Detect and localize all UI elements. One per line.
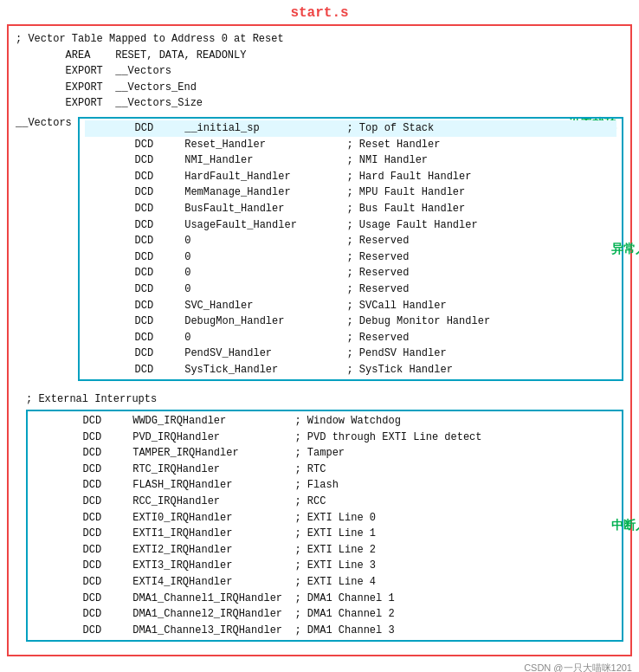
header-line-5: EXPORT __Vectors_Size: [16, 95, 623, 112]
irq-entry-2: DCD TAMPER_IRQHandler ; Tamper: [33, 445, 616, 462]
annot-yichang: 异常入口地址: [611, 242, 639, 257]
vectors-content: 设置栈顶 DCD __initial_sp ; Top of Stack DCD…: [78, 115, 623, 384]
vectors-label: __Vectors: [16, 115, 78, 132]
exception-entry-3: DCD HardFault_Handler ; Hard Fault Handl…: [85, 169, 616, 185]
exception-entry-4: DCD MemManage_Handler ; MPU Fault Handle…: [85, 184, 616, 201]
irq-entry-1: DCD PVD_IRQHandler ; PVD through EXTI Li…: [33, 430, 616, 446]
exception-entry-1: DCD Reset_Handler ; Reset Handler: [85, 137, 616, 153]
exception-entry-14: DCD PendSV_Handler ; PendSV Handler: [85, 346, 616, 362]
exception-entry-11: DCD SVC_Handler ; SVCall Handler: [85, 298, 616, 314]
irq-entry-8: DCD EXTI2_IRQHandler ; EXTI Line 2: [33, 542, 616, 559]
irq-entry-3: DCD RTC_IRQHandler ; RTC: [33, 462, 616, 478]
irq-entry-7: DCD EXTI1_IRQHandler ; EXTI Line 1: [33, 526, 616, 542]
exception-entry-13: DCD 0 ; Reserved: [85, 330, 616, 346]
header-line-2: AREA RESET, DATA, READONLY: [16, 48, 623, 64]
exception-entry-5: DCD BusFault_Handler ; Bus Fault Handler: [85, 201, 616, 217]
irq-entry-0: DCD WWDG_IRQHandler ; Window Watchdog: [33, 413, 616, 430]
vectors-section: __Vectors 设置栈顶 DCD __initial_sp ; Top of…: [16, 115, 623, 384]
outer-border: ; Vector Table Mapped to Address 0 at Re…: [7, 24, 632, 656]
irq-entry-13: DCD DMA1_Channel3_IRQHandler ; DMA1 Chan…: [33, 623, 616, 639]
exception-box: DCD __initial_sp ; Top of Stack DCD Rese…: [78, 117, 623, 382]
exception-entry-12: DCD DebugMon_Handler ; Debug Monitor Han…: [85, 313, 616, 330]
ext-comment: ; External Interrupts: [16, 391, 623, 408]
irq-entry-12: DCD DMA1_Channel2_IRQHandler ; DMA1 Chan…: [33, 606, 616, 623]
irq-entry-11: DCD DMA1_Channel1_IRQHandler ; DMA1 Chan…: [33, 591, 616, 607]
irq-entry-6: DCD EXTI0_IRQHandler ; EXTI Line 0: [33, 510, 616, 527]
page-title: start.s: [0, 0, 639, 24]
exception-entry-0: DCD __initial_sp ; Top of Stack: [85, 120, 616, 137]
irq-entry-4: DCD FLASH_IRQHandler ; Flash: [33, 477, 616, 494]
irq-entry-9: DCD EXTI3_IRQHandler ; EXTI Line 3: [33, 558, 616, 574]
header-line-4: EXPORT __Vectors_End: [16, 80, 623, 96]
exception-entry-2: DCD NMI_Handler ; NMI Handler: [85, 152, 616, 169]
exception-entry-7: DCD 0 ; Reserved: [85, 233, 616, 249]
footer: CSDN @一只大喵咪1201: [0, 660, 639, 672]
interrupt-section: DCD WWDG_IRQHandler ; Window Watchdog DC…: [16, 410, 623, 642]
irq-entry-5: DCD RCC_IRQHandler ; RCC: [33, 494, 616, 510]
exception-entry-15: DCD SysTick_Handler ; SysTick Handler: [85, 362, 616, 378]
header-line-1: ; Vector Table Mapped to Address 0 at Re…: [16, 31, 623, 48]
irq-entry-10: DCD EXTI4_IRQHandler ; EXTI Line 4: [33, 574, 616, 591]
exception-entry-10: DCD 0 ; Reserved: [85, 281, 616, 298]
exception-entry-8: DCD 0 ; Reserved: [85, 249, 616, 266]
exception-entry-6: DCD UsageFault_Handler ; Usage Fault Han…: [85, 217, 616, 234]
exception-entry-9: DCD 0 ; Reserved: [85, 265, 616, 281]
annot-zhongduan: 中断入口地址: [611, 518, 639, 533]
interrupt-box: DCD WWDG_IRQHandler ; Window Watchdog DC…: [26, 410, 623, 642]
header-line-3: EXPORT __Vectors: [16, 63, 623, 80]
header-comments: ; Vector Table Mapped to Address 0 at Re…: [16, 31, 623, 112]
